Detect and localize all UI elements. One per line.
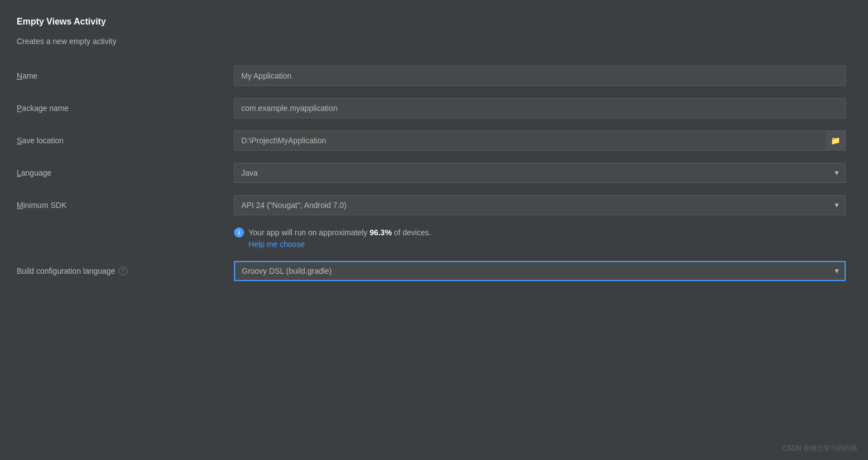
save-location-label-rest: ave location — [22, 136, 64, 145]
watermark: CSDN @努力学习的药弱 — [782, 444, 857, 453]
info-icon-letter: i — [238, 229, 240, 236]
minimum-sdk-label: Minimum SDK — [17, 201, 234, 210]
build-config-help-icon[interactable]: ? — [119, 267, 128, 275]
info-row: i Your app will run on approximately 96.… — [234, 227, 846, 249]
minimum-sdk-label-rest: inimum SDK — [23, 201, 67, 210]
name-label-underline: N — [17, 71, 22, 80]
form-section: Name Package name Save location 📁 — [17, 66, 846, 443]
package-name-label: Package name — [17, 104, 234, 113]
name-label-rest: ame — [22, 71, 37, 80]
name-label: Name — [17, 71, 234, 80]
page-title: Empty Views Activity — [17, 17, 846, 27]
info-text: Your app will run on approximately 96.3%… — [248, 228, 431, 237]
info-text-before: Your app will run on approximately — [248, 228, 369, 237]
minimum-sdk-row: Minimum SDK API 21 ("Lollipop"; Android … — [17, 195, 846, 215]
save-location-row: Save location 📁 — [17, 130, 846, 151]
build-config-select-wrapper: Groovy DSL (build.gradle) Kotlin DSL (bu… — [234, 261, 846, 281]
language-label-underline: L — [17, 168, 21, 177]
main-container: Empty Views Activity Creates a new empty… — [0, 0, 868, 460]
language-select-wrapper: Java Kotlin ▼ — [234, 163, 846, 183]
package-name-input[interactable] — [234, 98, 846, 118]
build-config-label-wrapper: Build configuration language ? — [17, 267, 234, 275]
info-icon: i — [234, 227, 244, 238]
info-text-after: of devices. — [392, 228, 431, 237]
question-mark-symbol: ? — [121, 268, 125, 274]
language-label: Language — [17, 168, 234, 177]
build-config-row: Build configuration language ? Groovy DS… — [17, 261, 846, 281]
folder-icon: 📁 — [831, 136, 840, 145]
help-me-choose-link[interactable]: Help me choose — [248, 240, 305, 249]
page-subtitle: Creates a new empty activity — [17, 37, 846, 46]
save-location-field-wrapper: 📁 — [234, 130, 846, 151]
minimum-sdk-select-wrapper: API 21 ("Lollipop"; Android 5.0) API 22 … — [234, 195, 846, 215]
save-location-label: Save location — [17, 136, 234, 145]
package-name-row: Package name — [17, 98, 846, 118]
save-location-label-underline: S — [17, 136, 22, 145]
name-input[interactable] — [234, 66, 846, 86]
language-label-rest: anguage — [21, 168, 52, 177]
build-config-select[interactable]: Groovy DSL (build.gradle) Kotlin DSL (bu… — [234, 261, 846, 281]
build-config-label-text: Build configuration language — [17, 267, 115, 275]
name-row: Name — [17, 66, 846, 86]
info-line: i Your app will run on approximately 96.… — [234, 227, 431, 238]
package-label-underline: P — [17, 104, 22, 113]
language-select[interactable]: Java Kotlin — [234, 163, 846, 183]
info-text-percent: 96.3% — [369, 228, 392, 237]
package-label-rest: ackage name — [22, 104, 69, 113]
language-row: Language Java Kotlin ▼ — [17, 163, 846, 183]
minimum-sdk-select[interactable]: API 21 ("Lollipop"; Android 5.0) API 22 … — [234, 195, 846, 215]
browse-folder-button[interactable]: 📁 — [826, 130, 846, 151]
minimum-sdk-label-underline: M — [17, 201, 23, 210]
save-location-input[interactable] — [234, 130, 846, 151]
